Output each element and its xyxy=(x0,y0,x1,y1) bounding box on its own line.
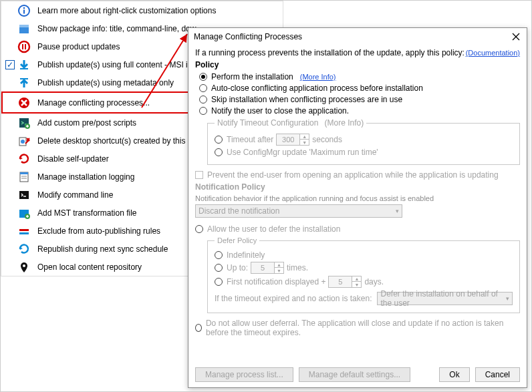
no-defer-row: Do not allow user deferral. The applicat… xyxy=(195,319,520,337)
svg-rect-8 xyxy=(20,68,28,69)
menu-item-label: Delete desktop shortcut(s) created by th… xyxy=(37,136,196,146)
exclude-icon xyxy=(16,223,32,239)
script-icon xyxy=(16,115,32,131)
radio-dot-icon xyxy=(195,225,203,233)
notify-timeout-fieldset: Notify Timeout Configuration (More Info)… xyxy=(207,118,520,165)
dialog-titlebar: Manage Conflicting Processes xyxy=(188,28,527,45)
radio-dot-icon xyxy=(215,148,223,156)
svg-rect-16 xyxy=(20,172,28,174)
policy-heading: Policy xyxy=(195,60,520,69)
intro-text: If a running process prevents the instal… xyxy=(195,48,466,57)
svg-rect-4 xyxy=(19,25,29,27)
svg-rect-7 xyxy=(25,44,26,49)
firstnotif-spinner[interactable]: ▲▼ xyxy=(328,276,362,288)
menu-item-label: Manage conflicting processes... xyxy=(37,98,150,108)
timeout-spinner[interactable]: ▲▼ xyxy=(276,134,309,146)
menu-item-label: Add MST transformation file xyxy=(37,208,137,218)
pin-icon xyxy=(16,259,32,275)
notification-combo[interactable]: Discard the notification▾ xyxy=(195,204,402,218)
radio-notify[interactable]: Notify the user to close the application… xyxy=(199,106,520,116)
svg-point-1 xyxy=(23,7,25,9)
notification-policy-heading: Notification Policy xyxy=(195,182,520,192)
cmd-icon xyxy=(16,187,32,203)
use-configmgr-row: Use ConfigMgr update 'Maximum run time' xyxy=(215,148,513,157)
radio-dot-icon xyxy=(199,73,207,81)
svg-rect-19 xyxy=(19,191,29,199)
svg-rect-3 xyxy=(19,27,29,33)
package-icon xyxy=(16,21,32,37)
manage-default-settings-button[interactable]: Manage default settings... xyxy=(299,367,410,382)
radio-perform-install[interactable]: Perform the installation (More Info) xyxy=(199,72,520,81)
checkbox-icon xyxy=(195,171,203,179)
svg-rect-23 xyxy=(19,229,29,231)
radio-dot-icon xyxy=(199,107,207,115)
timeout-action-combo[interactable]: Defer the installation on behalf of the … xyxy=(377,292,513,305)
menu-item-0[interactable]: Learn more about right-click customizati… xyxy=(1,1,283,19)
manage-process-list-button[interactable]: Manage process list... xyxy=(195,367,293,382)
svg-point-5 xyxy=(19,41,29,52)
radio-dot-icon xyxy=(215,251,223,259)
cancel-button[interactable]: Cancel xyxy=(475,367,520,382)
menu-item-label: Open local content repository xyxy=(37,262,142,272)
radio-autoclose[interactable]: Auto-close conflicting application proce… xyxy=(199,83,520,93)
defer-policy-fieldset: Defer Policy Indefinitely Up to: ▲▼ time… xyxy=(207,236,520,313)
menu-item-label: Disable self-updater xyxy=(37,154,109,164)
menu-item-label: Pause product updates xyxy=(37,42,120,51)
manage-conflicting-dialog: Manage Conflicting Processes If a runnin… xyxy=(188,27,527,388)
up-icon xyxy=(16,75,32,91)
svg-rect-24 xyxy=(19,232,29,234)
radio-dot-icon xyxy=(199,95,207,104)
republish-icon xyxy=(16,241,32,257)
radio-skip[interactable]: Skip installation when conflicting proce… xyxy=(199,95,520,104)
down-icon xyxy=(16,57,32,73)
ok-button[interactable]: Ok xyxy=(439,367,469,382)
more-info-link[interactable]: (More Info) xyxy=(300,73,336,81)
radio-dot-icon xyxy=(215,136,223,144)
svg-rect-2 xyxy=(23,9,25,13)
pause-icon xyxy=(16,39,32,55)
radio-dot-icon xyxy=(215,264,223,272)
timeout-after-row: Timeout after ▲▼ seconds xyxy=(215,134,513,146)
deny-icon xyxy=(16,95,32,111)
menu-item-label: Learn more about right-click customizati… xyxy=(37,6,216,15)
menu-item-label: Show package info: title, command-line, … xyxy=(37,24,196,33)
menu-item-label: Exclude from auto-publishing rules xyxy=(37,226,160,236)
checkmark-slot: ✓ xyxy=(4,60,16,69)
menu-item-label: Publish update(s) using metadata only xyxy=(37,78,174,87)
notification-desc: Notification behavior if the application… xyxy=(195,194,520,202)
allow-defer-row: Allow the user to defer the installation xyxy=(195,224,520,234)
svg-rect-6 xyxy=(22,44,23,49)
menu-item-label: Publish update(s) using full content - M… xyxy=(37,60,192,69)
radio-dot-icon xyxy=(199,84,207,92)
menu-item-label: Modify command line xyxy=(37,190,113,200)
close-icon[interactable] xyxy=(509,30,523,43)
log-icon xyxy=(16,169,32,185)
prevent-open-row: Prevent the end-user from opening an app… xyxy=(195,170,520,180)
svg-point-25 xyxy=(23,264,25,267)
documentation-link[interactable]: (Documentation) xyxy=(466,49,520,57)
upto-spinner[interactable]: ▲▼ xyxy=(251,262,284,274)
menu-item-label: Manage installation logging xyxy=(37,172,134,182)
svg-rect-9 xyxy=(20,78,28,79)
radio-dot-icon xyxy=(195,324,202,332)
dialog-title: Manage Conflicting Processes xyxy=(194,32,509,41)
del-icon xyxy=(16,133,32,149)
refresh-icon xyxy=(16,151,32,167)
mst-icon xyxy=(16,205,32,221)
info-icon xyxy=(16,3,32,19)
radio-dot-icon xyxy=(215,278,223,286)
menu-item-label: Add custom pre/post scripts xyxy=(37,118,136,128)
svg-point-14 xyxy=(21,140,25,144)
menu-item-label: Republish during next sync schedule xyxy=(37,244,168,254)
